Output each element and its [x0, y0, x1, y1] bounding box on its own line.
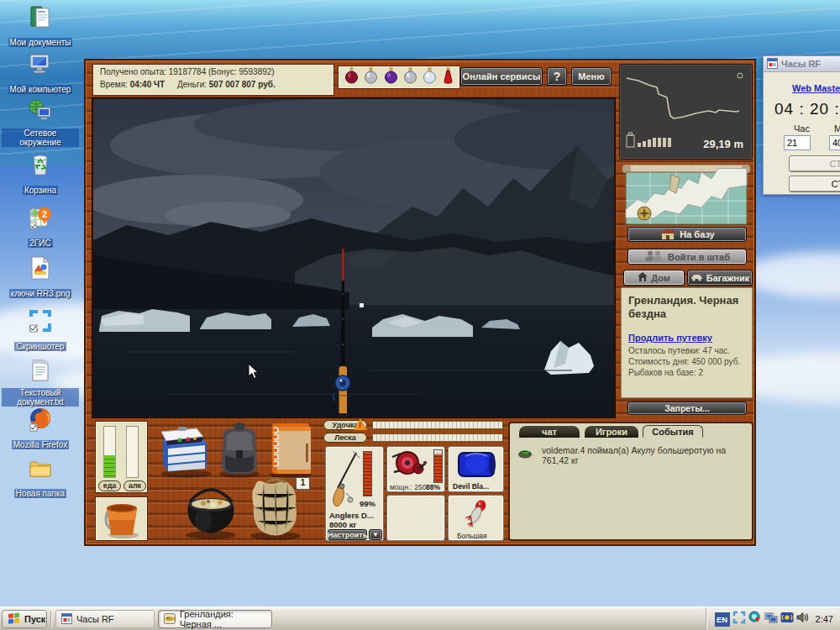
- clock-time-display: 04 : 20 :: [774, 100, 840, 118]
- my-documents-icon: [27, 3, 54, 30]
- recycle-bin-icon: [27, 151, 54, 178]
- minute-input[interactable]: [829, 135, 840, 150]
- rod-dropdown-button[interactable]: ▼: [369, 529, 382, 540]
- to-base-button[interactable]: На базу: [627, 227, 747, 242]
- experience-text: Получено опыта: 19187784 (Бонус: 9593892…: [100, 67, 327, 76]
- money-label: Деньги:: [177, 80, 207, 89]
- rod-condition-bar: [363, 451, 372, 496]
- potion-darkred-icon[interactable]: [344, 66, 359, 88]
- desktop-icon-my-computer[interactable]: Мой компьютер: [2, 50, 79, 96]
- house-icon: [659, 228, 676, 241]
- taskbar-clock[interactable]: 2:47: [816, 614, 833, 624]
- fishing-scene[interactable]: [92, 98, 615, 417]
- desktop-icon-text-document[interactable]: Текстовый документ.txt: [2, 357, 79, 408]
- to-base-label: На базу: [680, 229, 714, 239]
- task-greenland[interactable]: Гренландия: Черная ...: [158, 610, 272, 628]
- events-tab[interactable]: События: [643, 425, 703, 438]
- reel-condition-bar: [433, 449, 443, 483]
- home-icon: [638, 272, 648, 283]
- backpack-item[interactable]: [213, 422, 265, 479]
- svg-text:2: 2: [42, 209, 47, 219]
- desktop-icon-my-documents[interactable]: Мои документы: [2, 3, 79, 49]
- web-master-link[interactable]: Web Master [П: [792, 83, 840, 93]
- tackle-box-item[interactable]: [155, 420, 215, 479]
- rod-capacity: 8000 кг: [329, 520, 357, 529]
- update-warning-tray-icon[interactable]: [748, 611, 762, 627]
- desktop-icon-screenshoter[interactable]: Скриншотер: [2, 307, 79, 353]
- potion-silver-icon[interactable]: [403, 66, 417, 88]
- home-tab[interactable]: Дом: [623, 270, 685, 286]
- wireless-tray-icon[interactable]: [780, 611, 794, 627]
- icon-label: Mozilla Firefox: [12, 440, 69, 449]
- volume-tray-icon[interactable]: [796, 611, 810, 627]
- task-clock-rf[interactable]: Часы RF: [55, 610, 155, 628]
- stop-button[interactable]: СТОП: [789, 176, 840, 192]
- desktop-icon-network[interactable]: Сетевое окружение: [2, 97, 79, 149]
- desktop-icon-image-file[interactable]: ключи RR3.png: [2, 255, 79, 300]
- event-message-row: voldemar.4 поймал(а) Акулу большеротую н…: [517, 445, 752, 465]
- potion-silver-icon[interactable]: [364, 66, 378, 88]
- time-value: 04:40 ЧТ: [130, 80, 165, 89]
- network-tray-icon[interactable]: [764, 611, 778, 627]
- reel-slot[interactable]: мощн.: 250 88%: [386, 446, 445, 492]
- language-indicator[interactable]: EN: [715, 612, 730, 627]
- rod-slot[interactable]: 99% Anglers D... 8000 кг Настроить ▼: [325, 446, 384, 541]
- sack-count-badge: 1: [296, 477, 310, 490]
- clock-window-titlebar[interactable]: Часы RF: [764, 56, 840, 72]
- task-label: Гренландия: Черная ...: [180, 609, 266, 629]
- flask-red-icon[interactable]: [443, 66, 454, 88]
- screenshot-tray-icon[interactable]: [732, 611, 746, 627]
- chat-tab[interactable]: чат: [518, 425, 580, 438]
- help-button[interactable]: ?: [547, 67, 567, 86]
- hour-label: Час: [794, 123, 810, 134]
- start-button[interactable]: Пуск: [2, 610, 47, 628]
- notebook-item[interactable]: [265, 420, 316, 479]
- people-icon: [644, 250, 664, 263]
- my-computer-icon: [27, 50, 54, 77]
- trunk-tab[interactable]: Багажник: [687, 270, 753, 286]
- desktop-icon-firefox[interactable]: Mozilla Firefox: [2, 406, 79, 451]
- enter-hq-button[interactable]: Войти в штаб: [627, 249, 747, 265]
- start-button[interactable]: СТАРТ: [789, 155, 840, 172]
- rod-status-bars: Удочка Леска !: [323, 419, 506, 444]
- text-document-icon: [27, 357, 54, 384]
- potion-lightblue-icon[interactable]: [423, 66, 437, 88]
- potion-purple-icon[interactable]: [384, 66, 398, 88]
- bans-button[interactable]: Запреты...: [627, 402, 747, 415]
- clock-app-icon: [767, 58, 778, 71]
- money-value: 507 007 807 руб.: [209, 80, 276, 89]
- empty-slot[interactable]: [386, 495, 445, 541]
- rod-durability-bar: [372, 421, 503, 429]
- players-tab[interactable]: Игроки: [584, 425, 639, 438]
- icon-label: Текстовый документ.txt: [2, 388, 79, 407]
- lure-slot[interactable]: Большая: [448, 495, 504, 541]
- depth-chart: 29,19 m: [619, 64, 753, 160]
- lure-name: Большая: [457, 532, 487, 540]
- icon-label: Мои документы: [8, 38, 73, 47]
- desktop-icon-recycle-bin[interactable]: Корзина: [2, 151, 79, 197]
- desktop-icon-new-folder[interactable]: Новая папка: [2, 454, 79, 500]
- chat-panel: чат Игроки События voldemar.4 поймал(а) …: [508, 422, 753, 541]
- depth-value: 29,19 m: [703, 138, 743, 150]
- desktop-icon-2gis[interactable]: 2 2ГИС: [2, 204, 79, 249]
- pot-item[interactable]: [178, 476, 244, 540]
- bucket-slot[interactable]: [95, 496, 148, 541]
- day-cost: Стоимость дня: 450 000 руб.: [628, 357, 745, 366]
- line-slot[interactable]: Devil Bla...: [448, 446, 504, 492]
- consumables-panel: еда алк: [95, 421, 148, 493]
- screenshot-tool-icon: [27, 307, 54, 334]
- hour-input[interactable]: [784, 135, 811, 150]
- online-services-button[interactable]: Онлайн сервисы: [460, 67, 543, 86]
- trunk-tab-label: Багажник: [706, 273, 749, 283]
- configure-rod-button[interactable]: Настроить: [328, 529, 367, 540]
- extend-ticket-link[interactable]: Продлить путевку: [628, 333, 745, 343]
- minimap[interactable]: [621, 165, 752, 225]
- taskbar-divider: [50, 611, 52, 627]
- reel-power: мощн.: 250: [390, 483, 427, 491]
- location-panel: Гренландия. Черная бездна Продлить путев…: [621, 287, 753, 398]
- menu-button[interactable]: Меню: [571, 67, 612, 86]
- firefox-icon: [27, 406, 54, 433]
- location-title: Гренландия. Черная бездна: [628, 294, 745, 321]
- line-bar-label: Леска: [323, 433, 367, 443]
- game-app-icon: [164, 613, 176, 626]
